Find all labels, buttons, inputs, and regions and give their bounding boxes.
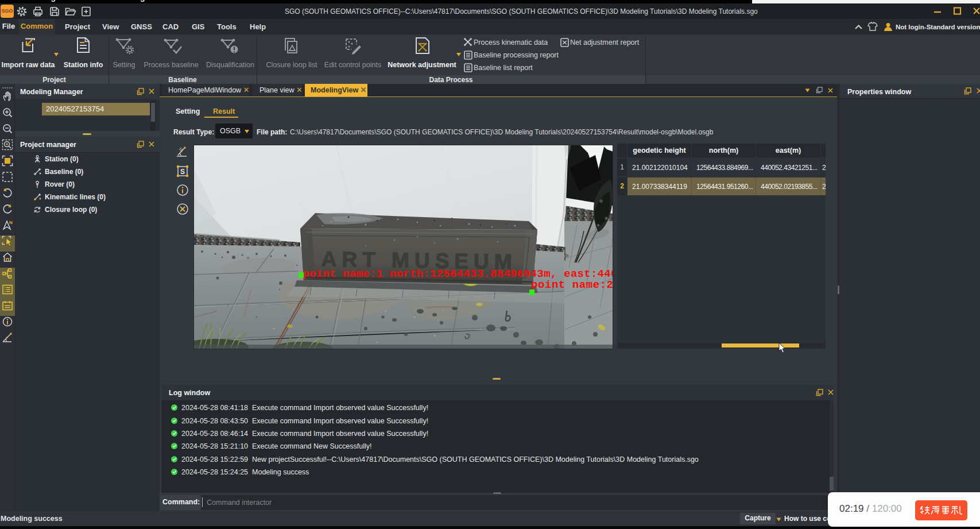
svg-text:S: S (180, 168, 185, 176)
svg-text:N: N (9, 220, 13, 225)
svg-text:point name:2: point name:2 (531, 279, 613, 291)
